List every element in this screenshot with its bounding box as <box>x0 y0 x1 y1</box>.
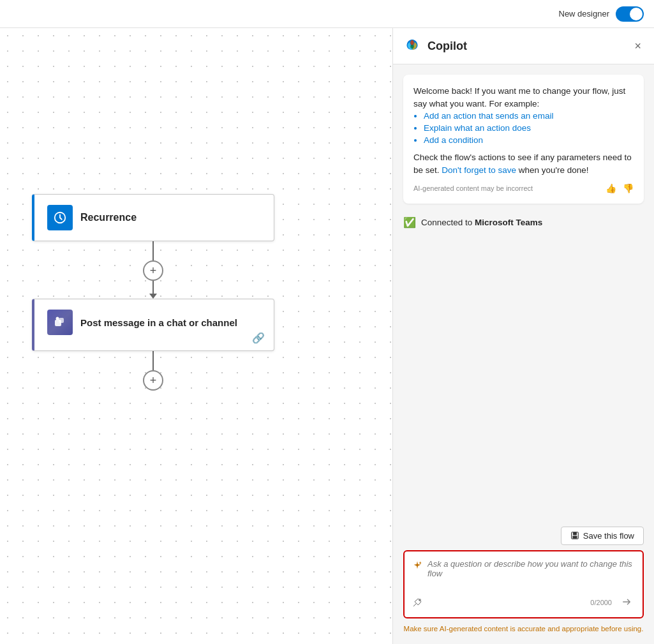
connector-line-2 <box>152 351 154 370</box>
sparkle-icon <box>412 560 422 571</box>
add-step-button-2[interactable]: + <box>143 370 163 391</box>
ai-warning-text: Make sure AI-generated content is accura… <box>403 624 644 634</box>
post-message-header: Post message in a chat or channel <box>47 310 261 335</box>
svg-point-3 <box>56 317 59 320</box>
save-icon <box>570 531 579 540</box>
welcome-text: Welcome back! If you want me to change y… <box>413 85 634 111</box>
example-item-1[interactable]: Add an action that sends an email <box>424 111 634 121</box>
main-layout: Recurrence + <box>0 28 654 644</box>
magic-icon <box>412 597 422 608</box>
char-count: 0/2000 <box>590 599 612 606</box>
chat-input-textarea[interactable] <box>427 559 635 590</box>
copilot-header: Copilot × <box>393 28 654 64</box>
canvas-area: Recurrence + <box>0 28 392 644</box>
copilot-panel-title: Copilot <box>427 40 467 53</box>
feedback-icons: 👍 👎 <box>606 183 634 193</box>
copilot-panel: Copilot × Welcome back! If you want me t… <box>392 28 654 644</box>
svg-rect-6 <box>573 532 577 535</box>
connected-badge: ✅ Connected to Microsoft Teams <box>403 211 644 234</box>
copilot-content: Welcome back! If you want me to change y… <box>393 64 654 520</box>
link-icon: 🔗 <box>252 332 265 344</box>
teams-icon <box>52 315 68 330</box>
recurrence-title: Recurrence <box>80 212 137 223</box>
copilot-logo-icon <box>403 37 421 55</box>
recurrence-icon-box <box>47 205 73 230</box>
svg-rect-7 <box>572 536 577 539</box>
connector-line-1b <box>152 281 154 294</box>
top-bar: New designer <box>0 0 654 28</box>
connected-text: Connected to Microsoft Teams <box>421 218 542 227</box>
flow-container: Recurrence + <box>32 194 274 391</box>
connector-2: + <box>143 351 163 391</box>
copilot-title-group: Copilot <box>403 37 467 55</box>
ai-disclaimer: AI-generated content may be incorrect 👍 … <box>413 183 634 193</box>
arrow-down-1 <box>149 294 157 299</box>
welcome-chat-bubble: Welcome back! If you want me to change y… <box>403 75 644 204</box>
new-designer-toggle[interactable] <box>616 6 644 22</box>
check-text: Check the flow's actions to see if any p… <box>413 151 634 177</box>
teams-icon-box <box>47 310 73 335</box>
examples-list: Add an action that sends an email Explai… <box>424 111 634 145</box>
new-designer-label: New designer <box>559 9 610 19</box>
svg-rect-2 <box>59 318 64 323</box>
thumbs-down-icon[interactable]: 👎 <box>623 183 634 193</box>
connector-1: + <box>143 241 163 299</box>
connector-line-1 <box>152 241 154 260</box>
save-flow-button[interactable]: Save this flow <box>561 527 644 545</box>
chat-input-footer: 0/2000 <box>412 594 635 612</box>
clock-icon <box>53 211 67 225</box>
copilot-close-button[interactable]: × <box>632 38 644 54</box>
connected-check-icon: ✅ <box>403 216 416 228</box>
copilot-footer: Save this flow <box>393 520 654 644</box>
svg-point-4 <box>410 45 414 49</box>
example-item-2[interactable]: Explain what an action does <box>424 123 634 133</box>
chat-input-icons <box>412 597 422 608</box>
add-step-button-1[interactable]: + <box>143 260 163 281</box>
post-message-title: Post message in a chat or channel <box>80 317 237 328</box>
save-flow-row: Save this flow <box>403 527 644 545</box>
example-item-3[interactable]: Add a condition <box>424 135 634 145</box>
post-message-node[interactable]: Post message in a chat or channel 🔗 <box>32 299 274 351</box>
send-icon <box>621 596 632 608</box>
recurrence-node[interactable]: Recurrence <box>32 194 274 241</box>
thumbs-up-icon[interactable]: 👍 <box>606 183 616 193</box>
chat-input-box[interactable]: 0/2000 <box>403 550 644 618</box>
send-button[interactable] <box>618 594 635 612</box>
